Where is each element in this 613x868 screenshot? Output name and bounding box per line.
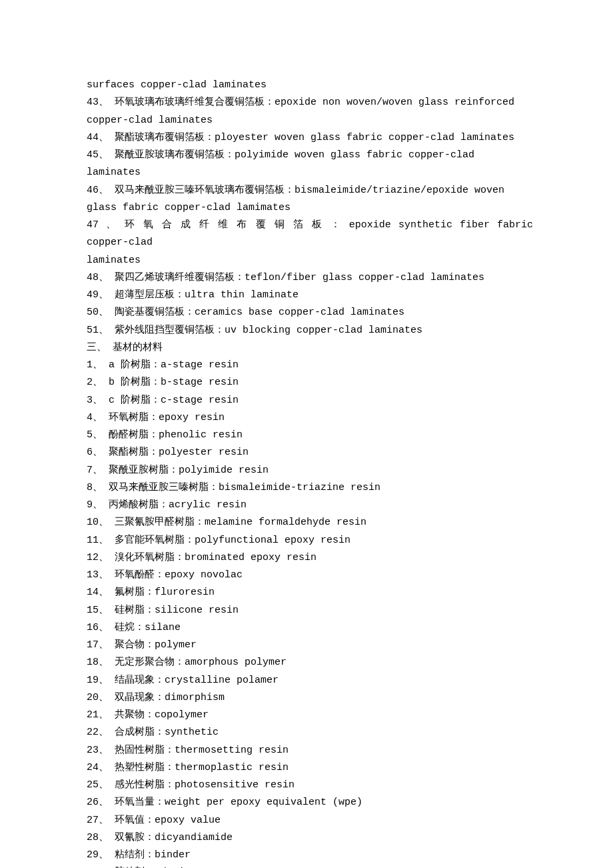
text-line: 18、 无定形聚合物：amorphous polymer [87,654,533,671]
text-line: 7、 聚酰亚胺树脂：polyimide resin [87,462,533,479]
text-line: 22、 合成树脂：synthetic [87,724,533,741]
text-line: 43、 环氧玻璃布玻璃纤维复合覆铜箔板：epoxide non woven/wo… [87,94,533,111]
text-line: 23、 热固性树脂：thermosetting resin [87,742,533,759]
text-line: 28、 双氰胺：dicyandiamide [87,829,533,847]
text-line: 2、 b 阶树脂：b-stage resin [87,374,533,391]
text-line: 13、 环氧酚醛：epoxy novolac [87,567,533,584]
text-line: 46、 双马来酰亚胺三嗪环氧玻璃布覆铜箔板：bismaleimide/triaz… [87,182,533,199]
text-line: 45、 聚酰亚胺玻璃布覆铜箔板：polyimide woven glass fa… [87,147,533,182]
text-line: 50、 陶瓷基覆铜箔板：ceramics base copper-clad la… [87,304,533,321]
text-line: 49、 超薄型层压板：ultra thin laminate [87,287,533,304]
text-line: 15、 硅树脂：silicone resin [87,602,533,619]
text-line: 24、 热塑性树脂：thermoplastic resin [87,759,533,777]
text-line: 6、 聚酯树脂：polyester resin [87,444,533,461]
text-line: 5、 酚醛树脂：phenolic resin [87,427,533,444]
text-line: 16、 硅烷：silane [87,619,533,637]
text-line: 21、 共聚物：copolymer [87,707,533,724]
text-line: 11、 多官能环氧树脂：polyfunctional epoxy resin [87,532,533,549]
text-line: 29、 粘结剂：binder [87,847,533,864]
text-line: 4、 环氧树脂：epoxy resin [87,409,533,427]
text-line: 48、 聚四乙烯玻璃纤维覆铜箔板：teflon/fiber glass copp… [87,269,533,287]
text-line: 8、 双马来酰亚胺三嗪树脂：bismaleimide-triazine resi… [87,479,533,497]
text-line: laminates [87,252,533,269]
text-line: 19、 结晶现象：crystalline polamer [87,672,533,689]
text-line: glass fabric copper-clad lamimates [87,199,533,217]
text-line: 25、 感光性树脂：photosensitive resin [87,777,533,794]
text-line: 1、 a 阶树脂：a-stage resin [87,357,533,374]
text-line: surfaces copper-clad laminates [87,77,533,94]
text-line: 26、 环氧当量：weight per epoxy equivalent (wp… [87,794,533,811]
document-page: surfaces copper-clad laminates43、 环氧玻璃布玻… [0,0,613,868]
text-line: 17、 聚合物：polymer [87,637,533,654]
text-line: 47 、 环 氧 合 成 纤 维 布 覆 铜 箔 板 ： epoxide syn… [87,217,533,252]
text-line: 44、 聚酯玻璃布覆铜箔板：ployester woven glass fabr… [87,129,533,147]
text-line: 12、 溴化环氧树脂：brominated epoxy resin [87,549,533,567]
text-line: 20、 双晶现象：dimorphism [87,689,533,707]
text-line: 9、 丙烯酸树脂：acrylic resin [87,497,533,514]
text-line: copper-clad laminates [87,112,533,129]
text-line: 三、 基材的材料 [87,339,533,357]
text-line: 27、 环氧值：epoxy value [87,812,533,829]
text-line: 14、 氟树脂：fluroresin [87,584,533,601]
text-line: 30、 胶粘剂：adesive [87,864,533,868]
text-line: 51、 紫外线阻挡型覆铜箔板：uv blocking copper-clad l… [87,322,533,339]
text-line: 10、 三聚氰胺甲醛树脂：melamine formaldehyde resin [87,514,533,531]
text-line: 3、 c 阶树脂：c-stage resin [87,392,533,409]
body-text: surfaces copper-clad laminates43、 环氧玻璃布玻… [87,77,533,868]
